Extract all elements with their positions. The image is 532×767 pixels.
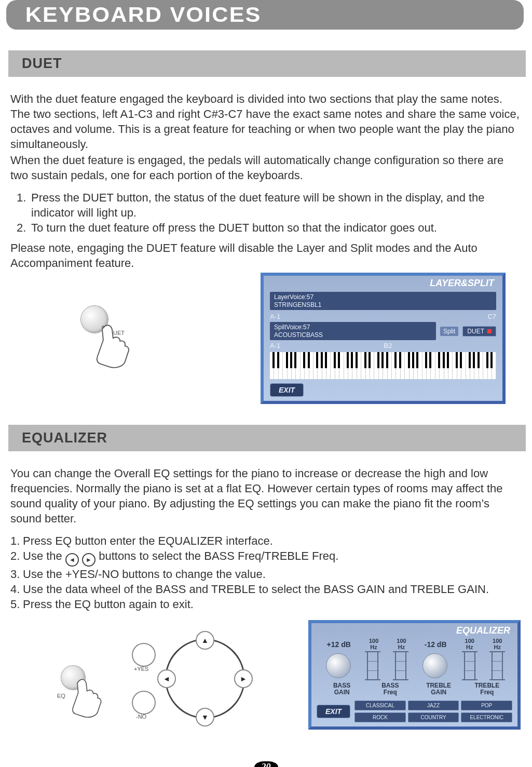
eq-step-5-text: Press the EQ button again to exit. <box>23 597 194 612</box>
preset-jazz[interactable]: JAZZ <box>408 701 459 710</box>
duet-step-1-text: Press the DUET button, the status of the… <box>31 190 521 220</box>
section-equalizer-heading: EQUALIZER <box>8 425 526 451</box>
lcd-title: LAYER&SPLIT <box>264 276 502 290</box>
eq-step-1-text: Press EQ button enter the EQUALIZER inte… <box>23 533 273 548</box>
layer-voice-label: LayerVoice:57 <box>274 293 313 301</box>
layer-range-left: A-1 <box>270 313 280 320</box>
layer-split-display: LAYER&SPLIT LayerVoice:57 STRINGENSBL1 A… <box>261 273 506 404</box>
eq-step-4-text: Use the data wheel of the BASS and TREBL… <box>23 582 489 597</box>
page-banner: KEYBOARD VOICES <box>6 0 524 30</box>
duet-note: Please note, engaging the DUET feature w… <box>10 240 521 271</box>
duet-led-icon <box>487 329 492 333</box>
data-wheel[interactable]: ▲ ▼ ◄ ► <box>165 639 245 719</box>
eq-lcd-title: EQUALIZER <box>311 623 517 638</box>
right-arrow-icon: ► <box>82 553 96 567</box>
treble-gain-knob[interactable] <box>422 653 447 678</box>
bass-gain-value: +12 dB <box>327 640 351 649</box>
bass-freq-value-1: 100Hz <box>369 638 378 650</box>
hand-icon <box>69 675 113 719</box>
preset-pop[interactable]: POP <box>461 701 512 710</box>
duet-chip-label: DUET <box>467 328 484 335</box>
bass-freq-value-2: 100Hz <box>397 638 406 650</box>
treble-freq-slider-2[interactable] <box>492 651 503 680</box>
eq-exit-button[interactable]: EXIT <box>317 705 350 718</box>
eq-step-2-number: 2. <box>10 548 23 567</box>
section-duet-heading: DUET <box>8 50 526 77</box>
duet-chip: DUET <box>462 326 496 337</box>
minus-no-label: -NO <box>136 714 146 720</box>
bass-freq-label: BASS Freq <box>375 682 406 695</box>
duet-steps-list: 1. Press the DUET button, the status of … <box>17 190 521 235</box>
eq-step-2-text-b: buttons to select the BASS Freq/TREBLE F… <box>99 549 338 562</box>
wheel-up-button[interactable]: ▲ <box>196 631 214 650</box>
hand-icon <box>92 320 142 370</box>
eq-steps-list: 1. Press EQ button enter the EQUALIZER i… <box>10 533 521 612</box>
minus-no-button[interactable] <box>132 691 156 715</box>
equalizer-display: EQUALIZER +12 dB 100Hz 100Hz -12 dB 100H… <box>308 620 521 730</box>
split-voice-field: SpiltVoice:57 ACOUSTICBASS <box>270 322 436 340</box>
left-arrow-icon: ◄ <box>65 553 79 567</box>
wheel-right-button[interactable]: ► <box>234 669 253 688</box>
bass-freq-slider-1[interactable] <box>367 651 378 680</box>
preset-electronic[interactable]: ELECTRONIC <box>461 712 512 722</box>
eq-step-2-text: Use the ◄ ► buttons to select the BASS F… <box>23 548 338 567</box>
treble-freq-label: TREBLE Freq <box>471 682 502 695</box>
split-range-left: A-1 <box>270 342 280 349</box>
eq-step-4-number: 4. <box>10 582 23 597</box>
duet-paragraph-1: With the duet feature engaged the keyboa… <box>10 91 521 152</box>
eq-step-3-text: Use the +YES/-NO buttons to change the v… <box>23 567 266 582</box>
duet-button-figure: DUET <box>11 273 261 371</box>
treble-gain-label: TREBLE GAIN <box>423 682 454 695</box>
duet-step-1-number: 1. <box>17 190 31 220</box>
treble-freq-value-1: 100Hz <box>465 638 474 650</box>
preset-rock[interactable]: ROCK <box>354 712 406 722</box>
layer-voice-name: STRINGENSBL1 <box>274 301 321 308</box>
preset-classical[interactable]: CLASSICAL <box>354 701 406 710</box>
plus-yes-button[interactable] <box>132 643 156 667</box>
eq-preset-grid: CLASSICAL JAZZ POP ROCK COUNTRY ELECTRON… <box>354 701 512 722</box>
wheel-down-button[interactable]: ▼ <box>196 708 214 726</box>
eq-button-label: EQ <box>57 693 65 699</box>
exit-button[interactable]: EXIT <box>270 383 304 397</box>
eq-step-1-number: 1. <box>10 533 23 548</box>
duet-step-2-text: To turn the duet feature off press the D… <box>31 220 437 235</box>
treble-gain-value: -12 dB <box>425 640 447 649</box>
eq-step-2-text-a: Use the <box>23 549 65 562</box>
layer-voice-field: LayerVoice:57 STRINGENSBL1 <box>270 292 496 310</box>
eq-step-3-number: 3. <box>10 567 23 582</box>
layer-range-right: C7 <box>487 313 496 320</box>
preset-country[interactable]: COUNTRY <box>408 712 459 722</box>
split-voice-label: SpiltVoice:57 <box>274 324 310 331</box>
bass-freq-slider-2[interactable] <box>395 651 406 680</box>
eq-paragraph: You can change the Overall EQ settings f… <box>10 466 521 526</box>
keyboard-graphic <box>270 352 496 379</box>
page-number: 20 <box>254 761 278 767</box>
duet-step-2-number: 2. <box>17 220 31 235</box>
eq-step-5-number: 5. <box>10 597 23 612</box>
split-range-mid: B2 <box>384 342 392 349</box>
split-voice-name: ACOUSTICBASS <box>274 331 323 339</box>
plus-yes-label: +YES <box>134 666 148 672</box>
treble-freq-slider-1[interactable] <box>464 651 475 680</box>
treble-freq-value-2: 100Hz <box>493 638 502 650</box>
split-chip: Split <box>440 327 458 336</box>
duet-paragraph-2: When the duet feature is engaged, the pe… <box>10 153 521 183</box>
eq-controls-figure: EQ +YES -NO ▲ ▼ ◄ ► <box>11 620 308 748</box>
bass-gain-knob[interactable] <box>326 653 351 678</box>
wheel-left-button[interactable]: ◄ <box>157 669 176 688</box>
page-number-wrap: 20 <box>0 761 532 767</box>
page-title: KEYBOARD VOICES <box>6 0 532 30</box>
bass-gain-label: BASS GAIN <box>326 682 358 695</box>
